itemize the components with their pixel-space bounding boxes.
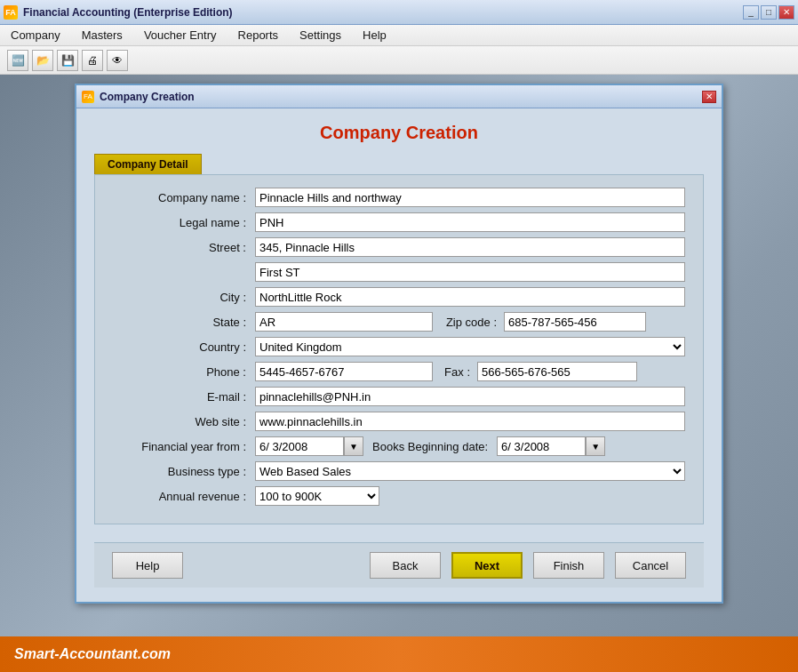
fax-label: Fax : <box>433 365 477 379</box>
minimize-button[interactable]: _ <box>743 5 759 20</box>
phone-input[interactable] <box>255 362 433 381</box>
button-bar: Help Back Next Finish Cancel <box>94 542 704 588</box>
cancel-button[interactable]: Cancel <box>615 552 686 579</box>
next-button[interactable]: Next <box>451 552 523 579</box>
dialog-content: Company Creation Company Detail Company … <box>76 108 722 602</box>
title-bar: FA Financial Accounting (Enterprise Edit… <box>0 0 798 25</box>
fax-input[interactable] <box>477 362 637 381</box>
phone-label: Phone : <box>113 365 255 379</box>
annual-revenue-label: Annual revenue : <box>113 490 255 503</box>
toolbar-preview-button[interactable]: 👁 <box>107 50 128 71</box>
company-name-input[interactable] <box>255 188 685 207</box>
dialog-title-text: Company Creation <box>100 91 195 103</box>
legal-name-row: Legal name : <box>113 212 685 232</box>
website-input[interactable] <box>255 412 685 431</box>
city-row: City : <box>113 287 685 307</box>
app-title: Financial Accounting (Enterprise Edition… <box>23 6 233 19</box>
company-creation-dialog: FA Company Creation ✕ Company Creation C… <box>75 84 723 604</box>
fin-year-row: Financial year from : ▼ Books Beginning … <box>113 436 685 456</box>
books-begin-calendar-button[interactable]: ▼ <box>586 436 605 456</box>
country-label: Country : <box>113 340 255 354</box>
bottom-bar: Smart-Accountant.com <box>0 636 798 672</box>
legal-name-label: Legal name : <box>113 216 255 229</box>
form-area: Company name : Legal name : Street : <box>94 174 704 524</box>
street-row-2 <box>113 262 685 282</box>
legal-name-input[interactable] <box>255 212 685 232</box>
dialog-close-button[interactable]: ✕ <box>702 91 716 103</box>
state-zip-row: State : Zip code : <box>113 312 685 332</box>
menu-voucher-entry[interactable]: Voucher Entry <box>140 27 220 44</box>
email-label: E-mail : <box>113 390 255 404</box>
city-input[interactable] <box>255 287 685 307</box>
business-type-row: Business type : Web Based Sales Retail M… <box>113 461 685 481</box>
toolbar: 🆕 📂 💾 🖨 👁 <box>0 46 798 75</box>
menu-help[interactable]: Help <box>359 27 390 44</box>
street-input-1[interactable] <box>255 237 685 257</box>
city-label: City : <box>113 291 255 304</box>
street-row-1: Street : <box>113 237 685 257</box>
menu-company[interactable]: Company <box>7 27 64 44</box>
zip-label: Zip code : <box>433 316 504 329</box>
close-button[interactable]: ✕ <box>778 5 794 20</box>
books-begin-label: Books Beginning date: <box>363 440 497 453</box>
menu-settings[interactable]: Settings <box>296 27 345 44</box>
dialog-title-bar: FA Company Creation ✕ <box>76 85 722 108</box>
state-label: State : <box>113 316 255 329</box>
toolbar-new-button[interactable]: 🆕 <box>7 50 28 71</box>
tab-company-detail[interactable]: Company Detail <box>94 154 202 174</box>
menu-reports[interactable]: Reports <box>235 27 283 44</box>
toolbar-save-button[interactable]: 💾 <box>57 50 78 71</box>
website-row: Web site : <box>113 412 685 431</box>
dialog-icon: FA <box>82 91 94 103</box>
email-input[interactable] <box>255 387 685 406</box>
country-row: Country : United Kingdom United States I… <box>113 337 685 356</box>
street-input-2[interactable] <box>255 262 685 282</box>
maximize-button[interactable]: □ <box>761 5 777 20</box>
business-type-select[interactable]: Web Based Sales Retail Manufacturing Ser… <box>255 461 685 481</box>
street-label: Street : <box>113 241 255 254</box>
back-button[interactable]: Back <box>370 552 441 579</box>
help-button[interactable]: Help <box>112 552 183 579</box>
app-icon: FA <box>4 5 18 20</box>
toolbar-print-button[interactable]: 🖨 <box>82 50 103 71</box>
tab-strip: Company Detail <box>94 154 704 174</box>
window-controls: _ □ ✕ <box>743 5 794 20</box>
company-name-row: Company name : <box>113 188 685 207</box>
finish-button[interactable]: Finish <box>533 552 604 579</box>
country-select[interactable]: United Kingdom United States India Austr… <box>255 337 685 356</box>
fin-year-input[interactable] <box>255 436 344 456</box>
email-row: E-mail : <box>113 387 685 406</box>
company-name-label: Company name : <box>113 191 255 204</box>
state-input[interactable] <box>255 312 433 332</box>
dialog-heading: Company Creation <box>94 123 704 143</box>
main-area: FA Company Creation ✕ Company Creation C… <box>0 75 798 636</box>
annual-revenue-row: Annual revenue : 100 to 900K 1M to 5M 5M… <box>113 486 685 506</box>
books-begin-input[interactable] <box>497 436 586 456</box>
bottom-bar-text: Smart-Accountant.com <box>14 646 171 662</box>
zip-input[interactable] <box>504 312 646 332</box>
website-label: Web site : <box>113 415 255 428</box>
menu-masters[interactable]: Masters <box>78 27 126 44</box>
annual-revenue-select[interactable]: 100 to 900K 1M to 5M 5M to 10M 10M+ <box>255 486 379 506</box>
business-type-label: Business type : <box>113 465 255 478</box>
fin-year-label: Financial year from : <box>113 440 255 453</box>
fin-year-calendar-button[interactable]: ▼ <box>344 436 363 456</box>
menu-bar: Company Masters Voucher Entry Reports Se… <box>0 25 798 46</box>
phone-fax-row: Phone : Fax : <box>113 362 685 381</box>
toolbar-open-button[interactable]: 📂 <box>32 50 53 71</box>
